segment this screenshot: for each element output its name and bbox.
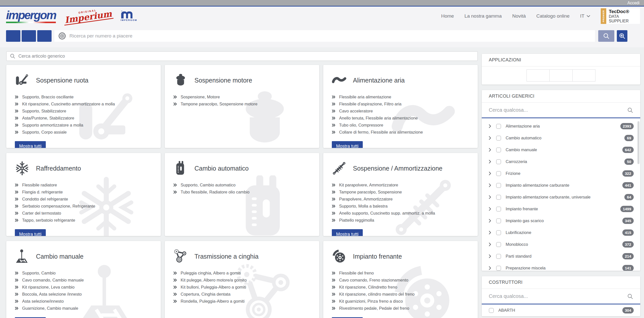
category-item-link[interactable]: Kit guarnizioni, Pinza freno a disco xyxy=(332,299,469,304)
category-item-link[interactable]: Supporto, Molla a balestra xyxy=(332,204,469,209)
article-filter-row[interactable]: Cambio manuale 642 xyxy=(482,144,640,156)
category-item-link[interactable]: Puleggia cinghia, Albero a gomiti xyxy=(173,271,311,275)
category-item-link[interactable]: Tampone paracolpo, Sospensione xyxy=(332,190,469,194)
number-search-input[interactable] xyxy=(69,33,591,39)
category-item-link[interactable]: Kit riparazione, cilindro maestro del fr… xyxy=(332,292,469,297)
category-item-link[interactable]: Kit riparazione, Cilindretto freno xyxy=(332,285,469,290)
category-item-link[interactable]: Tubo flessibile, Radiatore olio cambio xyxy=(173,190,311,194)
category-item-link[interactable]: Parapolvere, Ammortizzatore xyxy=(332,197,469,202)
category-item-link[interactable]: Supporto ammortizzatore a molla xyxy=(15,123,152,128)
article-filter-row[interactable]: Impianto alimentazione carburante, unive… xyxy=(482,191,640,203)
show-all-button[interactable]: Mostra tutti xyxy=(15,141,46,148)
category-item-link[interactable]: Flessibile radiatore xyxy=(15,183,152,187)
nav-link[interactable]: Novità xyxy=(512,13,526,19)
category-item-link[interactable]: Cavo comando, Freno stazionamento xyxy=(332,278,469,283)
article-filter-row[interactable]: Lubrificazione 415 xyxy=(482,227,640,238)
article-checkbox[interactable] xyxy=(496,195,501,200)
article-checkbox[interactable] xyxy=(496,147,501,152)
article-checkbox[interactable] xyxy=(496,266,501,271)
category-item-link[interactable]: Supporto, Braccio oscillante xyxy=(15,95,152,99)
category-item-link[interactable]: Kit pulegge, Albero motore/a gomito xyxy=(173,278,311,283)
category-item-link[interactable]: Supporto, Stabilizzatore xyxy=(15,109,152,113)
vehicle-type-button[interactable] xyxy=(6,30,20,42)
category-item-link[interactable]: Tubo olio, Compressore xyxy=(332,123,469,128)
generic-article-search-input[interactable] xyxy=(18,54,474,59)
category-item-link[interactable]: Tampone paracolpo, Sospensione motore xyxy=(173,102,311,106)
category-item-link[interactable]: Flessibile del freno xyxy=(332,271,469,275)
category-item-link[interactable]: Supporto, Corpo assiale xyxy=(15,130,152,135)
category-item-link[interactable]: Anello supporto, Cuscinetto supp. ammort… xyxy=(332,211,469,216)
category-item-link[interactable]: Asta selezione/innesto xyxy=(15,299,152,304)
generic-article-search-field xyxy=(6,51,478,61)
category-item-link[interactable]: Kit riparazione, Leva cambio xyxy=(15,285,152,290)
article-checkbox[interactable] xyxy=(496,124,501,129)
article-checkbox[interactable] xyxy=(496,136,501,141)
nav-link[interactable]: Catalogo online xyxy=(536,13,570,19)
category-item-link[interactable]: Carter del termostato xyxy=(15,211,152,216)
generic-articles-search-input[interactable] xyxy=(489,107,624,113)
category-item-label: Kit guarnizioni, Pinza freno a disco xyxy=(339,299,403,304)
category-item-link[interactable]: Kit bulloni, Puleggia-Albero a gomiti xyxy=(173,285,311,290)
article-checkbox[interactable] xyxy=(496,242,501,247)
impergom-logo[interactable]: impergom xyxy=(6,9,56,23)
article-checkbox[interactable] xyxy=(496,254,501,259)
vehicle-type-button[interactable] xyxy=(37,30,52,42)
search-button[interactable] xyxy=(598,30,614,42)
application-filter-button[interactable] xyxy=(549,69,573,82)
show-all-button[interactable]: Mostra tutti xyxy=(332,229,363,236)
category-item-link[interactable]: Flangia d. refrigerante xyxy=(15,190,152,194)
category-item-link[interactable]: Collare di fermo, Flessibile aria alimen… xyxy=(332,130,469,135)
show-all-button[interactable]: Mostra tutti xyxy=(15,229,46,236)
show-all-button[interactable]: Mostra tutti xyxy=(332,141,363,148)
category-item-link[interactable]: Kit riparazione, Cuscinetto ammortizzato… xyxy=(15,102,152,106)
article-checkbox[interactable] xyxy=(496,171,501,176)
article-filter-row[interactable]: Impianto alimentazione carburante 441 xyxy=(482,179,640,191)
category-item-link[interactable]: Asta/Puntone, Stabilizzatore xyxy=(15,116,152,121)
manufacturers-search-input[interactable] xyxy=(489,293,624,299)
vehicle-type-button[interactable] xyxy=(22,30,36,42)
category-item-link[interactable]: Flessibile aria alimentazione xyxy=(332,95,469,99)
category-item-link[interactable]: Condotto del refrigerante xyxy=(15,197,152,202)
category-item-link[interactable]: Sospensione, Motore xyxy=(173,95,311,99)
application-filter-button[interactable] xyxy=(572,69,595,82)
category-item-link[interactable]: Piattello reggimolla xyxy=(332,218,469,223)
article-filter-row[interactable]: Alimentazione aria 2393 xyxy=(482,120,640,132)
application-filter-button[interactable] xyxy=(527,69,550,82)
category-item-link[interactable]: Copertura, Cinghia dentata xyxy=(173,292,311,297)
category-item-link[interactable]: Cavo acceleratore xyxy=(332,109,469,113)
nav-link[interactable]: Home xyxy=(441,13,454,19)
article-checkbox[interactable] xyxy=(496,230,501,235)
manufacturer-checkbox[interactable] xyxy=(489,308,494,313)
article-filter-row[interactable]: Impianto gas scarico 345 xyxy=(482,215,640,227)
category-item-link[interactable]: Flessibile d'aspirazione, Filtro aria xyxy=(332,102,469,106)
article-filter-row[interactable]: Parti standard 214 xyxy=(482,250,640,262)
category-item-link[interactable]: Cavo comando, Cambio manuale xyxy=(15,278,152,283)
article-filter-row[interactable]: Monoblocco 372 xyxy=(482,238,640,250)
category-item-link[interactable]: Rondella, Puleggia-Albero a gomiti xyxy=(173,299,311,304)
advanced-search-button[interactable] xyxy=(617,30,627,42)
article-filter-row[interactable]: Impianto frenante 1499 xyxy=(482,203,640,215)
article-filter-row[interactable]: Preparazione miscela 141 xyxy=(482,262,640,271)
article-filter-row[interactable]: Cambio automatico 69 xyxy=(482,132,640,144)
category-item-link[interactable]: Boccola, Asta selezione /innesto xyxy=(15,292,152,297)
scrollbar-thumb[interactable] xyxy=(637,121,639,164)
article-filter-row[interactable]: Carrozzeria 50 xyxy=(482,156,640,168)
article-checkbox[interactable] xyxy=(496,207,501,212)
category-item-link[interactable]: Kit parapolvere, Ammortizzatore xyxy=(332,183,469,187)
article-filter-row[interactable]: Frizione 322 xyxy=(482,168,640,179)
category-item-link[interactable]: Rivestimento pedale, Pedale del freno xyxy=(332,306,469,311)
nav-link[interactable]: La nostra gamma xyxy=(464,13,502,19)
category-item-link[interactable]: Supporto, Cambio xyxy=(15,271,152,275)
category-item-link[interactable]: Guarnizione, Cambio manuale xyxy=(15,306,152,311)
category-item-link[interactable]: Tappo, serbatoio refrigerante xyxy=(15,218,152,223)
language-selector[interactable]: IT xyxy=(580,13,590,19)
article-checkbox[interactable] xyxy=(496,183,501,188)
category-item-link[interactable]: Anello tenuta, Flessibile aria alimentaz… xyxy=(332,116,469,121)
category-item-link[interactable]: Serbatoio compensazione, Refrigerante xyxy=(15,204,152,209)
article-checkbox[interactable] xyxy=(496,159,501,164)
article-checkbox[interactable] xyxy=(496,218,501,223)
manufacturer-filter-row[interactable]: ABARTH 304 xyxy=(482,304,640,316)
category-item-link[interactable]: Supporto, Cambio automatico xyxy=(173,183,311,187)
double-chevron-right-icon xyxy=(15,212,19,215)
login-link[interactable]: Accedi xyxy=(627,1,639,5)
